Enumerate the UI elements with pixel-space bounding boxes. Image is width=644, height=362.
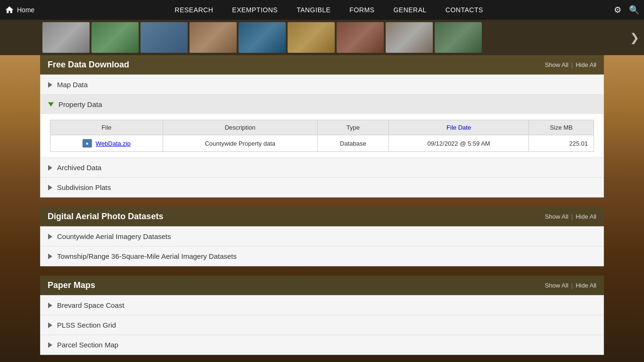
plss-label: PLSS Section Grid [57, 321, 116, 329]
col-file-date[interactable]: File Date [389, 120, 529, 135]
subdivision-plats-arrow [48, 185, 52, 190]
hero-next-arrow[interactable]: ❯ [630, 31, 639, 44]
map-data-arrow [48, 82, 52, 88]
countywide-aerial-section: Countywide Aerial Imagery Datasets [41, 227, 603, 247]
property-data-arrow [48, 102, 54, 107]
aerial-photo-body: Countywide Aerial Imagery Datasets Towns… [40, 226, 604, 266]
subdivision-plats-header[interactable]: Subdivision Plats [41, 178, 603, 197]
paper-maps-panel: Paper Maps Show All | Hide All Brevard S… [40, 276, 604, 355]
col-file: File [50, 120, 163, 135]
aerial-photo-header: Digital Aerial Photo Datasets Show All |… [40, 207, 604, 226]
aerial-photo-panel: Digital Aerial Photo Datasets Show All |… [40, 207, 604, 266]
table-row: WebData.zip Countywide Property data Dat… [50, 135, 594, 152]
brevard-label: Brevard Space Coast [57, 301, 124, 309]
hero-image-9 [435, 22, 482, 53]
township-range-section: Township/Range 36-Square-Mile Aerial Ima… [41, 247, 603, 266]
archived-data-label: Archived Data [57, 164, 101, 172]
settings-icon[interactable]: ⚙ [614, 5, 621, 15]
paper-maps-title: Paper Maps [48, 280, 95, 290]
hero-image-7 [337, 22, 384, 53]
property-data-table-wrapper: File Description Type File Date Size MB [41, 114, 603, 157]
parcel-section: Parcel Section Map [41, 335, 603, 354]
map-data-section: Map Data [41, 75, 603, 95]
parcel-label: Parcel Section Map [57, 341, 118, 349]
home-icon [5, 5, 14, 15]
type-cell: Database [317, 135, 388, 152]
aerial-photo-sep: | [571, 213, 573, 220]
parcel-arrow [48, 342, 52, 348]
plss-header[interactable]: PLSS Section Grid [41, 315, 603, 335]
paper-maps-header: Paper Maps Show All | Hide All [40, 276, 604, 295]
home-label: Home [17, 6, 34, 14]
subdivision-plats-label: Subdivision Plats [57, 183, 111, 191]
countywide-aerial-arrow [48, 234, 52, 239]
col-description: Description [163, 120, 317, 135]
subdivision-plats-section: Subdivision Plats [41, 178, 603, 197]
main-content: Free Data Download Show All | Hide All M… [0, 55, 644, 362]
plss-arrow [48, 322, 52, 328]
free-data-body: Map Data Property Data File [40, 74, 604, 197]
nav-item-research[interactable]: RESEARCH [175, 4, 214, 16]
property-data-header[interactable]: Property Data [41, 95, 603, 114]
archived-data-arrow [48, 165, 52, 171]
plss-section: PLSS Section Grid [41, 315, 603, 335]
paper-maps-body: Brevard Space Coast PLSS Section Grid Pa… [40, 295, 604, 355]
brevard-arrow [48, 303, 52, 308]
map-data-header[interactable]: Map Data [41, 75, 603, 94]
hero-image-3 [140, 22, 188, 53]
top-navigation: Home RESEARCH EXEMPTIONS TANGIBLE FORMS … [0, 0, 644, 20]
home-button[interactable]: Home [5, 5, 34, 15]
search-icon[interactable]: 🔍 [629, 5, 639, 15]
nav-item-exemptions[interactable]: EXEMPTIONS [232, 4, 278, 16]
free-data-hide-all[interactable]: Hide All [576, 61, 596, 68]
aerial-photo-show-all[interactable]: Show All [545, 213, 569, 220]
hero-image-6 [288, 22, 335, 53]
hero-image-4 [190, 22, 237, 53]
paper-maps-hide-all[interactable]: Hide All [576, 282, 596, 289]
property-data-table: File Description Type File Date Size MB [50, 120, 594, 152]
file-link[interactable]: WebData.zip [96, 140, 131, 147]
nav-item-tangible[interactable]: TANGIBLE [297, 4, 330, 16]
paper-maps-actions: Show All | Hide All [545, 282, 596, 289]
free-data-panel: Free Data Download Show All | Hide All M… [40, 55, 604, 197]
hero-strip: ❯ [0, 20, 644, 55]
nav-item-general[interactable]: GENERAL [393, 4, 426, 16]
paper-maps-show-all[interactable]: Show All [545, 282, 569, 289]
description-cell: Countywide Property data [163, 135, 317, 152]
free-data-title: Free Data Download [48, 60, 129, 70]
free-data-header: Free Data Download Show All | Hide All [40, 55, 604, 74]
nav-menu: RESEARCH EXEMPTIONS TANGIBLE FORMS GENER… [44, 4, 614, 16]
date-cell: 09/12/2022 @ 5:59 AM [389, 135, 529, 152]
hero-image-8 [386, 22, 433, 53]
archived-data-section: Archived Data [41, 158, 603, 178]
col-type: Type [317, 120, 388, 135]
archived-data-header[interactable]: Archived Data [41, 158, 603, 177]
countywide-aerial-header[interactable]: Countywide Aerial Imagery Datasets [41, 227, 603, 246]
aerial-photo-hide-all[interactable]: Hide All [576, 213, 596, 220]
size-cell: 225.01 [529, 135, 594, 152]
hero-image-5 [239, 22, 286, 53]
parcel-header[interactable]: Parcel Section Map [41, 335, 603, 354]
hero-image-1 [42, 22, 90, 53]
hero-images [0, 20, 524, 55]
nav-right-icons: ⚙ 🔍 [614, 5, 639, 15]
free-data-sep: | [571, 61, 573, 68]
township-range-arrow [48, 254, 52, 259]
hero-image-2 [91, 22, 139, 53]
aerial-photo-title: Digital Aerial Photo Datasets [48, 212, 163, 222]
property-data-section: Property Data File Description Type File… [41, 95, 603, 158]
brevard-section: Brevard Space Coast [41, 296, 603, 315]
paper-maps-sep: | [571, 282, 573, 289]
free-data-actions: Show All | Hide All [545, 61, 596, 68]
property-data-label: Property Data [58, 100, 102, 108]
aerial-photo-actions: Show All | Hide All [545, 213, 596, 220]
free-data-show-all[interactable]: Show All [545, 61, 569, 68]
brevard-header[interactable]: Brevard Space Coast [41, 296, 603, 315]
township-range-label: Township/Range 36-Square-Mile Aerial Ima… [57, 252, 237, 260]
township-range-header[interactable]: Township/Range 36-Square-Mile Aerial Ima… [41, 247, 603, 266]
countywide-aerial-label: Countywide Aerial Imagery Datasets [57, 232, 171, 240]
col-size-mb: Size MB [529, 120, 594, 135]
panel-wrapper: Free Data Download Show All | Hide All M… [40, 55, 604, 362]
nav-item-forms[interactable]: FORMS [349, 4, 374, 16]
nav-item-contacts[interactable]: CONTACTS [446, 4, 483, 16]
